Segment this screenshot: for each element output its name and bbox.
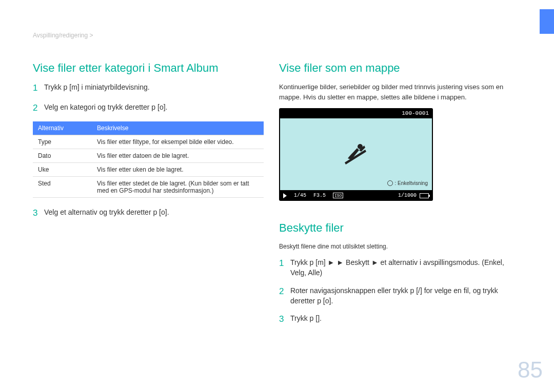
step-3: 3 Velg et alternativ og trykk deretter p…	[33, 207, 264, 220]
snowboarder-icon	[341, 141, 371, 167]
heading-smart-album: Vise ﬁler etter kategori i Smart Album	[33, 61, 264, 75]
step-text: Velg en kategori og trykk deretter p [o]…	[44, 102, 264, 112]
step-number: 1	[279, 257, 290, 270]
protect-step-3: 3 Trykk p [].	[279, 313, 520, 326]
play-icon	[283, 193, 287, 198]
camera-preview: 100-0001 : Enkeltvisning 1/45 F3.5 ISO 1…	[279, 108, 433, 201]
single-view-hint: : Enkeltvisning	[387, 180, 428, 186]
step-number: 3	[279, 313, 290, 326]
shutter-value: 1/1000	[398, 193, 417, 198]
page-number: 85	[518, 357, 543, 383]
protect-section: Beskytte ﬁler Beskytt ﬁlene dine mot uti…	[279, 221, 520, 326]
table-row: Uke Vis ﬁler etter uken de ble lagret.	[33, 163, 264, 177]
step-1: 1 Trykk p [m] i miniatyrbildevisning.	[33, 82, 264, 95]
hint-text: : Enkeltvisning	[395, 180, 428, 186]
step-text: Trykk p [].	[290, 313, 520, 323]
circle-button-icon	[387, 180, 393, 186]
camera-bottom-bar: 1/45 F3.5 ISO 1/1000	[279, 190, 433, 201]
table-cell: Vis ﬁler etter uken de ble lagret.	[92, 163, 264, 177]
step-number: 2	[279, 285, 290, 298]
table-row: Dato Vis ﬁler etter datoen de ble lagret…	[33, 149, 264, 163]
breadcrumb: Avspilling/redigering >	[33, 32, 93, 39]
heading-protect: Beskytte ﬁler	[279, 221, 520, 235]
table-row: Sted Vis ﬁler etter stedet de ble lagret…	[33, 177, 264, 198]
options-table: Alternativ Beskrivelse Type Vis ﬁler ett…	[33, 121, 264, 198]
step-number: 1	[33, 82, 44, 95]
table-cell: Sted	[33, 177, 92, 198]
right-column: Vise ﬁler som en mappe Kontinuerlige bil…	[279, 61, 520, 333]
table-header-alternativ: Alternativ	[33, 121, 92, 135]
protect-description: Beskytt ﬁlene dine mot utilsiktet sletti…	[279, 242, 520, 251]
table-cell: Vis ﬁler etter stedet de ble lagret. (Ku…	[92, 177, 264, 198]
protect-step-2: 2 Roter navigasjonsknappen eller trykk p…	[279, 285, 520, 306]
protect-step-1: 1 Trykk p [m] ► ► Beskytt ► et alternati…	[279, 257, 520, 278]
iso-badge: ISO	[333, 193, 343, 198]
step-number: 3	[33, 207, 44, 220]
step-text: Trykk p [m] ► ► Beskytt ► et alternativ …	[290, 257, 520, 278]
left-column: Vise ﬁler etter kategori i Smart Album 1…	[33, 61, 264, 227]
table-cell: Vis ﬁler etter ﬁltype, for eksempel bild…	[92, 135, 264, 149]
heading-folder-view: Vise ﬁler som en mappe	[279, 61, 520, 75]
step-number: 2	[33, 102, 44, 115]
step-2: 2 Velg en kategori og trykk deretter p […	[33, 102, 264, 115]
folder-description: Kontinuerlige bilder, seriebilder og bil…	[279, 82, 520, 102]
table-cell: Vis ﬁler etter datoen de ble lagret.	[92, 149, 264, 163]
file-id: 100-0001	[402, 110, 429, 116]
step-text: Velg et alternativ og trykk deretter p […	[44, 207, 264, 217]
table-row: Type Vis ﬁler etter ﬁltype, for eksempel…	[33, 135, 264, 149]
fstop-value: F3.5	[313, 193, 326, 198]
step-text: Trykk p [m] i miniatyrbildevisning.	[44, 82, 264, 92]
step-text: Roter navigasjonsknappen eller trykk p […	[290, 285, 520, 306]
table-header-beskrivelse: Beskrivelse	[92, 121, 264, 135]
camera-top-bar: 100-0001	[279, 108, 433, 118]
image-counter: 1/45	[294, 193, 306, 198]
battery-icon	[420, 193, 429, 198]
table-cell: Type	[33, 135, 92, 149]
camera-image-area: : Enkeltvisning	[279, 118, 433, 190]
table-cell: Dato	[33, 149, 92, 163]
section-color-tab	[540, 9, 554, 34]
table-cell: Uke	[33, 163, 92, 177]
